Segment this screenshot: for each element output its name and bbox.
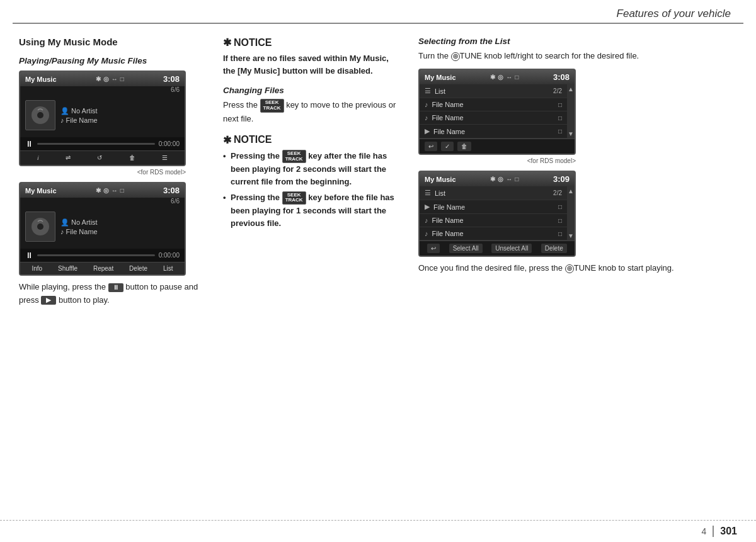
- back-btn-2: ↩: [427, 244, 440, 253]
- svg-point-3: [37, 223, 43, 230]
- right-screen2-bottom: ↩ Select All Unselect All Delete: [420, 240, 575, 256]
- changing-files-body: Press the SEEKTRACK key to move to the p…: [223, 99, 401, 125]
- notice2-title: ✱ NOTICE: [223, 134, 401, 146]
- delete-label: Delete: [129, 265, 147, 272]
- delete-btn: 🗑: [457, 142, 471, 151]
- screen1-header: My Music ✱ ◎ ↔ □ 3:08: [20, 72, 185, 86]
- scroll-up-icon: ▲: [568, 86, 574, 93]
- right-column: Selecting from the List Turn the ◎TUNE k…: [410, 37, 737, 307]
- list-label: List: [163, 265, 173, 272]
- right-screen-2: My Music ✱ ◎ ↔ □ 3:09 ☰ List 2/2: [418, 171, 576, 257]
- delete-btn-2: Delete: [541, 244, 567, 253]
- right-screen-1-wrap: My Music ✱ ◎ ↔ □ 3:08 ☰ List 2/2: [418, 69, 737, 171]
- progress-bar-2: [37, 254, 155, 256]
- list2-item-3: ♪ File Name □: [420, 227, 567, 240]
- right-screen1-title: My Music: [425, 74, 456, 81]
- screen1-title: My Music: [25, 76, 57, 83]
- screen2-count: 6/6: [20, 198, 185, 205]
- screen1-body: 👤 No Artist ♪ File Name: [20, 93, 185, 137]
- for-rds-right: <for RDS model>: [418, 157, 576, 164]
- list2-item-2: ♪ File Name □: [420, 214, 567, 227]
- screen2-progress: ⏸ 0:00:00: [20, 249, 185, 262]
- list-item-3: ▶ File Name □: [420, 125, 567, 138]
- notice2-bullets: Pressing the SEEKTRACK key after the fil…: [223, 150, 401, 230]
- list-header-row: ☰ List 2/2: [420, 84, 567, 98]
- seek-track-key-3: SEEKTRACK: [282, 191, 306, 205]
- unselect-all-btn: Unselect All: [491, 244, 532, 253]
- screen1-progress: ⏸ 0:00:00: [20, 137, 185, 150]
- screen1-track-info: 👤 No Artist ♪ File Name: [60, 107, 98, 124]
- scroll-up-icon-2: ▲: [568, 188, 574, 195]
- seek-track-key-2: SEEKTRACK: [282, 150, 306, 164]
- list-icon: ☰: [425, 87, 431, 95]
- list-header-text: List: [435, 88, 549, 95]
- for-rds-1: <for RDS model>: [19, 169, 186, 176]
- tune-icon-2: ◎: [565, 264, 574, 273]
- middle-column: ✱ NOTICE If there are no files saved wit…: [214, 37, 410, 307]
- while-playing-text: While playing, press the ⏸ button to pau…: [19, 281, 208, 307]
- list2-item-1: ▶ File Name □: [420, 200, 567, 214]
- seek-track-key-1: SEEKTRACK: [260, 99, 284, 113]
- bullet-1: Pressing the SEEKTRACK key after the fil…: [223, 150, 401, 189]
- scroll-down-icon-2: ▼: [568, 232, 574, 239]
- screen2-title: My Music: [25, 187, 57, 195]
- screen2-body: 👤 No Artist ♪ File Name: [20, 205, 185, 249]
- screen2-header: My Music ✱ ◎ ↔ □ 3:08: [20, 183, 185, 198]
- screen2-track-info: 👤 No Artist ♪ File Name: [60, 218, 98, 235]
- info-icon: 𝑖: [37, 154, 39, 162]
- screen2-icons: ✱ ◎ ↔ □: [96, 187, 124, 194]
- screen2-artist: 👤 No Artist: [60, 218, 98, 227]
- subsection-playing: Playing/Pausing My Music Files: [19, 56, 208, 65]
- select-body: Turn the ◎TUNE knob left/right to search…: [418, 50, 737, 62]
- repeat-label: Repeat: [93, 265, 113, 272]
- notice-1: ✱ NOTICE If there are no files saved wit…: [223, 37, 401, 77]
- screen1-time-progress: 0:00:00: [159, 140, 180, 147]
- changing-files: Changing Files Press the SEEKTRACK key t…: [223, 86, 401, 125]
- pause-icon: ⏸: [25, 139, 33, 149]
- once-body: Once you find the desired file, press th…: [418, 262, 737, 274]
- right-screen2-icons: ✱ ◎ ↔ □: [490, 176, 518, 183]
- notice-2: ✱ NOTICE Pressing the SEEKTRACK key afte…: [223, 134, 401, 230]
- screen1-count: 6/6: [20, 86, 185, 93]
- screen2-labels: Info Shuffle Repeat Delete List: [20, 262, 185, 274]
- right-screen1-header: My Music ✱ ◎ ↔ □ 3:08: [420, 70, 575, 84]
- screen1-time: 3:08: [163, 74, 180, 84]
- right-screen2-header: My Music ✱ ◎ ↔ □ 3:09: [420, 172, 575, 186]
- header: Features of your vehicle: [0, 0, 756, 23]
- right-screen2-scrollbar: ▲ ▼: [567, 186, 575, 240]
- right-screen1-list: ☰ List 2/2 ♪ File Name □ ♪ File Name: [420, 84, 575, 138]
- screen1-icons: ✱ ◎ ↔ □: [96, 76, 124, 82]
- section-title: Using My Music Mode: [19, 37, 208, 47]
- right-screen1-bottom: ↩ ✓ 🗑: [420, 138, 575, 154]
- list2-icon: ☰: [425, 189, 431, 197]
- right-screen2-list: ☰ List 2/2 ▶ File Name □ ♪ File Name □: [420, 186, 575, 240]
- notice1-star: ✱: [223, 37, 231, 48]
- album-art-2: [25, 212, 55, 242]
- changing-files-title: Changing Files: [223, 86, 401, 95]
- list-item-1: ♪ File Name □: [420, 98, 567, 111]
- pause-icon-2: ⏸: [25, 251, 33, 260]
- select-all-btn: Select All: [449, 244, 483, 253]
- footer-page: 4: [702, 526, 707, 536]
- back-btn: ↩: [425, 142, 437, 151]
- screen1-track: ♪ File Name: [60, 116, 98, 124]
- notice2-star: ✱: [223, 134, 231, 146]
- right-screen2-body: ☰ List 2/2 ▶ File Name □ ♪ File Name □: [420, 186, 567, 240]
- right-screen-1: My Music ✱ ◎ ↔ □ 3:08 ☰ List 2/2: [418, 69, 576, 155]
- right-screen1-scrollbar: ▲ ▼: [567, 84, 575, 138]
- left-column: Using My Music Mode Playing/Pausing My M…: [19, 37, 214, 307]
- screen1-controls: 𝑖 ⇌ ↺ 🗑 ☰: [20, 150, 185, 165]
- screen2-time: 3:08: [163, 186, 180, 195]
- list-icon: ☰: [162, 154, 168, 162]
- delete-icon: 🗑: [129, 154, 135, 162]
- tune-icon-1: ◎: [451, 52, 460, 61]
- album-art-1: [25, 100, 55, 130]
- footer-num: 301: [713, 526, 737, 537]
- right-screen2-time: 3:09: [553, 174, 570, 184]
- footer: 4 301: [0, 520, 756, 542]
- play-button-inline: ▶: [41, 296, 56, 305]
- pause-button-inline: ⏸: [108, 283, 123, 292]
- info-label: Info: [32, 265, 42, 272]
- right-screen2-title: My Music: [425, 176, 456, 183]
- scroll-down-icon: ▼: [568, 130, 574, 137]
